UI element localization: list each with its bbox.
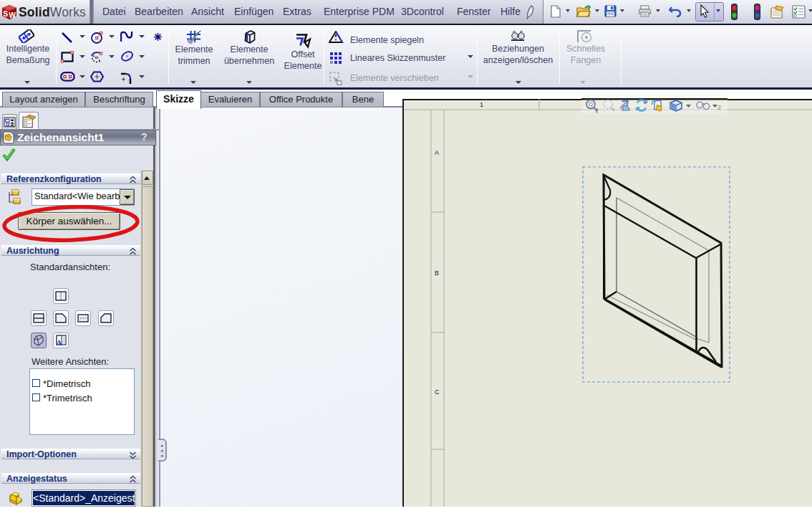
svg-text:W: W — [9, 11, 16, 19]
svg-text:C: C — [435, 388, 440, 396]
svg-text:S: S — [4, 10, 9, 18]
svg-text:1: 1 — [480, 101, 483, 108]
svg-text:B: B — [435, 269, 439, 277]
svg-text:2: 2 — [596, 108, 599, 113]
svg-text:A: A — [57, 338, 62, 347]
svg-text:A: A — [435, 149, 439, 156]
